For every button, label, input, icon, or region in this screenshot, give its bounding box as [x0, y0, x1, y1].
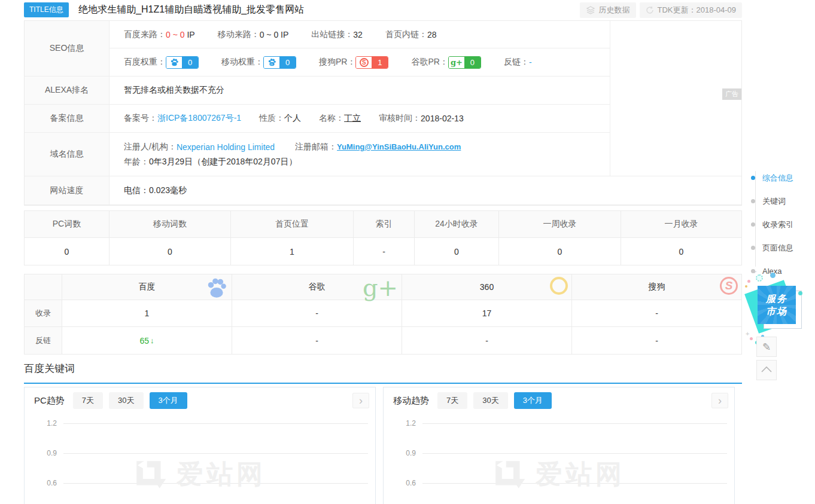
nav-dot: [751, 246, 755, 250]
chevron-up-icon: [761, 365, 773, 375]
mobile-trend-expand-arrow[interactable]: ›: [711, 393, 728, 408]
icp-nature: 性质： 个人: [259, 113, 301, 124]
mobile-trend-3m-button[interactable]: 3个月: [514, 392, 552, 409]
sogou-pr-badge[interactable]: S 1: [355, 56, 388, 69]
confetti-dot: [745, 285, 747, 288]
indexed-row: 收录 1 - 17 -: [25, 300, 741, 327]
sogou-s-icon: S: [356, 57, 372, 68]
speed-label: 网站速度: [25, 176, 110, 204]
edit-button[interactable]: ✎: [756, 337, 777, 357]
backlink-sogou: -: [572, 327, 741, 354]
email-link[interactable]: YuMing@YinSiBaoHu.AliYun.com: [337, 142, 461, 151]
nav-item-overview[interactable]: 综合信息: [751, 166, 793, 190]
pencil-icon: ✎: [762, 341, 771, 353]
backlink-row-label: 反链: [25, 327, 62, 354]
stats-value: 0: [499, 238, 621, 265]
keyword-stats-table: PC词数 移动词数 首页位置 索引 24小时收录 一周收录 一月收录 0 0 1…: [24, 210, 742, 265]
nav-dot: [751, 222, 755, 227]
stats-value: 0: [25, 238, 110, 265]
main-content: TITLE信息 绝地求生辅助_H1Z1辅助自瞄透视辅助_批发零售网站 历史数据 …: [24, 2, 742, 504]
engine-sogou-header: 搜狗 S: [572, 274, 741, 300]
title-badge: TITLE信息: [24, 2, 69, 17]
y-tick: 0.9: [387, 449, 416, 457]
backlinks: 反链： -: [504, 57, 532, 68]
backlink-baidu[interactable]: 65 ↓: [62, 327, 232, 354]
page-title: 绝地求生辅助_H1Z1辅助自瞄透视辅助_批发零售网站: [78, 4, 304, 16]
tdk-update-button[interactable]: TDK更新：2018-04-09: [640, 2, 743, 18]
seo-traffic-row: 百度来路： 0 ~ 0 IP 移动来路： 0 ~ 0 IP 出站链接： 32: [110, 21, 610, 48]
google-pr-badge[interactable]: g+ 0: [448, 56, 481, 69]
icp-label: 备案信息: [25, 105, 110, 132]
backlink-360: -: [402, 327, 572, 354]
mobile-trend-chart: 1.2 0.9 0.6 0.3 爱站网: [384, 414, 734, 504]
trend-panels: PC趋势 7天 30天 3个月 › 1.2 0.9 0.6 0.3 爱站网: [24, 387, 742, 504]
baidu-paw-icon: [166, 57, 182, 68]
domain-email: 注册邮箱： YuMing@YinSiBaoHu.AliYun.com: [295, 142, 461, 152]
pc-trend-label: PC趋势: [34, 395, 65, 407]
nav-item-index[interactable]: 收录索引: [751, 213, 793, 236]
confetti-dot: [756, 274, 763, 282]
domain-registrant: 注册人/机构： Nexperian Holding Limited: [124, 142, 275, 152]
service-market-badge[interactable]: 服务 市场: [749, 279, 809, 336]
baidu-keywords-title: 百度关键词: [24, 359, 742, 384]
icp-name-link[interactable]: 丁立: [344, 113, 361, 124]
stats-value: 0: [415, 238, 499, 265]
engine-header-row: 百度 谷歌 g+ 360 搜狗 S: [25, 274, 741, 300]
pc-trend-7d-button[interactable]: 7天: [73, 392, 103, 409]
anchor-nav: 综合信息 关键词 收录索引 页面信息 Alexa: [751, 166, 793, 283]
stats-header: 移动词数: [110, 211, 231, 237]
stats-header: 一周收录: [499, 211, 621, 237]
nav-dot: [751, 269, 755, 273]
top-bar: TITLE信息 绝地求生辅助_H1Z1辅助自瞄透视辅助_批发零售网站 历史数据 …: [24, 2, 742, 19]
stats-value: 1: [231, 238, 354, 265]
layers-icon: [586, 6, 595, 14]
backlink-row: 反链 65 ↓ - - -: [25, 327, 741, 354]
back-to-top-button[interactable]: [756, 360, 777, 380]
outbound-links: 出站链接： 32: [311, 29, 363, 40]
pc-trend-3m-button[interactable]: 3个月: [150, 392, 187, 409]
speed-value: 电信：0.023毫秒: [110, 176, 741, 204]
svg-text:m: m: [270, 62, 273, 65]
baidu-weight-badge[interactable]: 0: [166, 56, 199, 69]
y-tick: 1.2: [28, 419, 57, 427]
seo-weight-row: 百度权重： 0 移动权重：: [110, 48, 610, 76]
google-pr: 谷歌PR： g+ 0: [411, 56, 481, 69]
engine-name: 360: [480, 282, 494, 292]
aizhan-watermark: 爱站网: [384, 457, 734, 492]
mobile-trend-panel: 移动趋势 7天 30天 3个月 › 1.2 0.9 0.6 0.3 爱站网: [383, 387, 735, 504]
mobile-weight-badge[interactable]: m 0: [263, 56, 296, 69]
mobile-weight: 移动权重： m 0: [221, 56, 296, 69]
mobile-paw-icon: m: [264, 57, 279, 68]
history-data-button[interactable]: 历史数据: [580, 2, 636, 18]
pc-trend-expand-arrow[interactable]: ›: [352, 393, 369, 408]
confetti-plus: +: [746, 330, 749, 337]
icp-number: 备案号： 浙ICP备18007267号-1: [124, 113, 241, 124]
pc-trend-30d-button[interactable]: 30天: [109, 392, 143, 409]
google-plus-icon: g+: [363, 277, 398, 298]
nav-item-keywords[interactable]: 关键词: [751, 190, 793, 213]
seo-info-label: SEO信息: [25, 21, 110, 76]
confetti-dot: [750, 337, 753, 340]
engine-name: 搜狗: [649, 282, 665, 292]
pc-trend-chart: 1.2 0.9 0.6 0.3 爱站网: [25, 414, 375, 504]
aizhan-logo-icon: [133, 458, 167, 491]
search-engine-table: 百度 谷歌 g+ 360 搜狗 S: [24, 274, 742, 355]
nav-dot: [751, 176, 755, 180]
indexed-360[interactable]: 17: [402, 300, 572, 326]
nav-dot: [751, 199, 755, 203]
y-tick: 1.2: [387, 419, 416, 427]
alexa-value: 暂无排名或相关数据不充分: [110, 77, 610, 104]
engine-360-header: 360: [402, 274, 572, 300]
stats-header: PC词数: [25, 211, 110, 237]
alexa-label: ALEXA排名: [25, 77, 110, 104]
icp-number-link[interactable]: 浙ICP备18007267号-1: [157, 113, 241, 124]
nav-item-pageinfo[interactable]: 页面信息: [751, 236, 793, 259]
service-market-label: 市场: [766, 305, 787, 317]
mobile-trend-30d-button[interactable]: 30天: [473, 392, 507, 409]
mobile-trend-7d-button[interactable]: 7天: [437, 392, 467, 409]
speed-row: 网站速度 电信：0.023毫秒: [25, 176, 741, 205]
indexed-baidu[interactable]: 1: [62, 300, 232, 326]
registrant-link[interactable]: Nexperian Holding Limited: [177, 142, 275, 152]
baidu-traffic: 百度来路： 0 ~ 0 IP: [124, 29, 195, 40]
stats-header: 首页位置: [231, 211, 354, 237]
